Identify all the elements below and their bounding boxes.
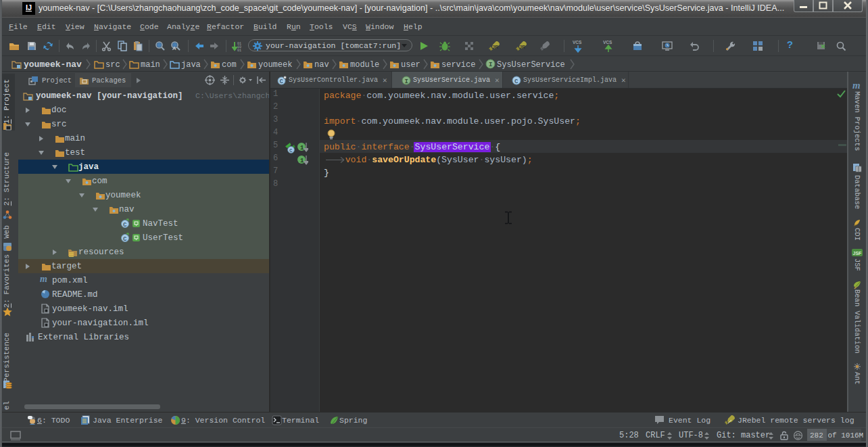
- svg-text:C: C: [289, 148, 293, 154]
- svg-text:JR: JR: [519, 45, 525, 49]
- svg-text:1: 1: [300, 158, 304, 164]
- svg-text:VCS: VCS: [603, 40, 612, 45]
- svg-text:JSF: JSF: [853, 251, 863, 256]
- svg-text:VCS: VCS: [573, 40, 582, 45]
- svg-text:I: I: [405, 78, 408, 85]
- svg-text:JR: JR: [492, 45, 498, 49]
- svg-text:I: I: [489, 62, 492, 68]
- svg-text:1: 1: [300, 145, 304, 151]
- svg-text:C: C: [280, 78, 284, 85]
- svg-text:C: C: [514, 78, 519, 85]
- svg-text:01: 01: [237, 49, 241, 51]
- svg-text:A: A: [172, 45, 176, 51]
